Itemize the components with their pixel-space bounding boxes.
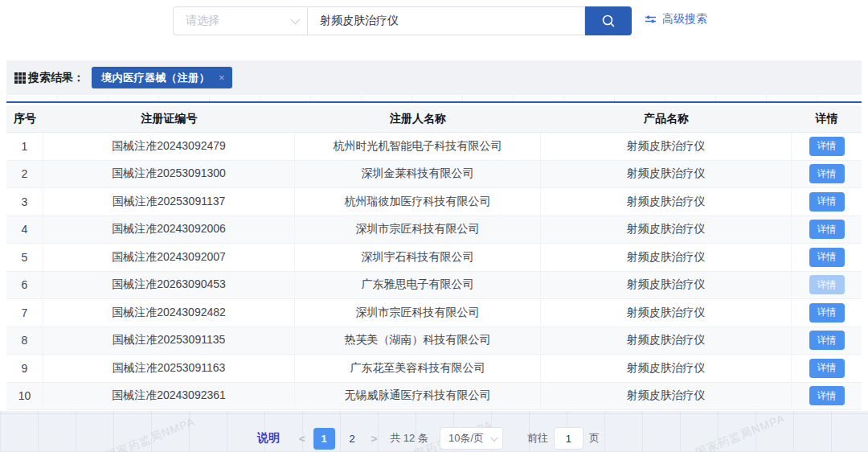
detail-button[interactable]: 详情 bbox=[809, 164, 845, 183]
cell-index: 5 bbox=[6, 244, 43, 272]
table-row: 10国械注准20243092361无锡威脉通医疗科技有限公司射频皮肤治疗仪详情 bbox=[6, 383, 862, 411]
detail-button[interactable]: 详情 bbox=[809, 248, 845, 267]
cell-registration-number: 国械注准20243092006 bbox=[43, 216, 295, 244]
cell-registration-number: 国械注准20253091163 bbox=[43, 355, 295, 383]
detail-button[interactable]: 详情 bbox=[809, 359, 845, 378]
prev-page-icon[interactable]: < bbox=[294, 433, 310, 445]
table-row: 7国械注准20243092482深圳市宗匠科技有限公司射频皮肤治疗仪详情 bbox=[6, 299, 862, 327]
cell-registration-number: 国械注准20253091135 bbox=[43, 327, 295, 355]
detail-button[interactable]: 详情 bbox=[809, 275, 845, 294]
page-button-1[interactable]: 1 bbox=[313, 428, 335, 450]
detail-button[interactable]: 详情 bbox=[809, 331, 845, 350]
cell-product-name: 射频皮肤治疗仪 bbox=[541, 244, 792, 272]
watermark: 国家药监局NMPA bbox=[694, 411, 788, 452]
goto-suffix: 页 bbox=[589, 431, 600, 446]
cell-index: 10 bbox=[6, 383, 43, 411]
cell-index: 4 bbox=[6, 216, 43, 244]
page-size-select[interactable]: 10条/页 bbox=[440, 427, 503, 450]
results-table: 序号注册证编号注册人名称产品名称详情 1国械注准20243092479杭州时光机… bbox=[6, 105, 862, 410]
table-row: 8国械注准20253091135热芙美（湖南）科技有限公司射频皮肤治疗仪详情 bbox=[6, 327, 862, 355]
detail-button[interactable]: 详情 bbox=[809, 220, 845, 239]
chevron-down-icon bbox=[291, 15, 300, 24]
cell-registration-number: 国械注准20243092361 bbox=[43, 383, 295, 411]
watermark: 国家药监局NMPA bbox=[104, 414, 198, 452]
advanced-search-label: 高级搜索 bbox=[662, 12, 707, 27]
goto-label: 前往 bbox=[527, 431, 548, 446]
cell-registration-number: 国械注准20263090453 bbox=[43, 272, 295, 300]
table-row: 9国械注准20253091163广东花至美容科技有限公司射频皮肤治疗仪详情 bbox=[6, 355, 862, 383]
goto-page-input[interactable]: 1 bbox=[554, 427, 583, 450]
close-icon[interactable]: × bbox=[219, 72, 225, 84]
table-row: 4国械注准20243092006深圳市宗匠科技有限公司射频皮肤治疗仪详情 bbox=[6, 216, 862, 244]
cell-product-name: 射频皮肤治疗仪 bbox=[541, 272, 792, 300]
cell-detail: 详情 bbox=[792, 272, 862, 300]
cell-product-name: 射频皮肤治疗仪 bbox=[541, 188, 792, 216]
table-row: 5国械注准20243092007深圳宇石科技有限公司射频皮肤治疗仪详情 bbox=[6, 244, 862, 272]
filter-sliders-icon bbox=[645, 14, 657, 25]
search-icon bbox=[600, 13, 616, 29]
filter-tag-label: 境内医疗器械（注册） bbox=[101, 71, 210, 85]
cell-registration-number: 国械注准20243092482 bbox=[43, 299, 295, 327]
table-top-edge bbox=[6, 96, 862, 103]
cell-detail: 详情 bbox=[792, 327, 862, 355]
cell-product-name: 射频皮肤治疗仪 bbox=[541, 327, 792, 355]
cell-registrant-name: 深圳金莱科技有限公司 bbox=[295, 161, 541, 189]
result-strip: 搜索结果： 境内医疗器械（注册） × bbox=[6, 60, 862, 95]
table-row: 1国械注准20243092479杭州时光机智能电子科技有限公司射频皮肤治疗仪详情 bbox=[6, 133, 862, 161]
category-select[interactable]: 请选择 bbox=[173, 6, 308, 35]
search-button[interactable] bbox=[585, 6, 632, 35]
cell-product-name: 射频皮肤治疗仪 bbox=[541, 299, 792, 327]
cell-registrant-name: 无锡威脉通医疗科技有限公司 bbox=[295, 383, 541, 411]
cell-registrant-name: 深圳宇石科技有限公司 bbox=[295, 244, 541, 272]
cell-registration-number: 国械注准20243092007 bbox=[43, 244, 295, 272]
cell-detail: 详情 bbox=[792, 383, 862, 411]
cell-registrant-name: 杭州时光机智能电子科技有限公司 bbox=[295, 133, 541, 161]
search-bar: 请选择 射频皮肤治疗仪 bbox=[173, 6, 632, 35]
detail-button[interactable]: 详情 bbox=[809, 386, 845, 405]
cell-product-name: 射频皮肤治疗仪 bbox=[541, 355, 792, 383]
cell-index: 7 bbox=[6, 299, 43, 327]
cell-detail: 详情 bbox=[792, 133, 862, 161]
table-row: 2国械注准20253091300深圳金莱科技有限公司射频皮肤治疗仪详情 bbox=[6, 161, 862, 189]
detail-button[interactable]: 详情 bbox=[809, 137, 845, 156]
cell-index: 3 bbox=[6, 188, 43, 216]
cell-registrant-name: 广东雅思电子有限公司 bbox=[295, 272, 541, 300]
pagination: 说明 < 12 > 共 12 条 10条/页 前往 1 页 bbox=[257, 427, 600, 450]
cell-detail: 详情 bbox=[792, 188, 862, 216]
total-count: 共 12 条 bbox=[390, 431, 428, 446]
cell-detail: 详情 bbox=[792, 299, 862, 327]
category-placeholder: 请选择 bbox=[186, 14, 291, 28]
cell-registrant-name: 深圳市宗匠科技有限公司 bbox=[295, 216, 541, 244]
column-header-3: 产品名称 bbox=[541, 105, 792, 133]
column-header-2: 注册人名称 bbox=[295, 105, 541, 133]
search-input[interactable]: 射频皮肤治疗仪 bbox=[308, 6, 585, 35]
note-link[interactable]: 说明 bbox=[257, 431, 280, 446]
cell-registrant-name: 杭州瑞彼加医疗科技有限公司 bbox=[295, 188, 541, 216]
cell-index: 2 bbox=[6, 161, 43, 189]
cell-registration-number: 国械注准20253091137 bbox=[43, 188, 295, 216]
detail-button[interactable]: 详情 bbox=[809, 303, 845, 323]
table-row: 6国械注准20263090453广东雅思电子有限公司射频皮肤治疗仪详情 bbox=[6, 272, 862, 300]
detail-button[interactable]: 详情 bbox=[809, 192, 845, 212]
advanced-search-link[interactable]: 高级搜索 bbox=[645, 12, 707, 27]
filter-tag[interactable]: 境内医疗器械（注册） × bbox=[92, 67, 232, 88]
cell-index: 9 bbox=[6, 355, 43, 383]
cell-registrant-name: 广东花至美容科技有限公司 bbox=[295, 355, 541, 383]
cell-product-name: 射频皮肤治疗仪 bbox=[541, 216, 792, 244]
table-row: 3国械注准20253091137杭州瑞彼加医疗科技有限公司射频皮肤治疗仪详情 bbox=[6, 188, 862, 216]
chevron-down-icon bbox=[490, 434, 498, 442]
cell-detail: 详情 bbox=[792, 216, 862, 244]
cell-detail: 详情 bbox=[792, 244, 862, 272]
next-page-icon[interactable]: > bbox=[366, 433, 383, 445]
cell-detail: 详情 bbox=[792, 355, 862, 383]
cell-index: 1 bbox=[6, 133, 43, 161]
cell-product-name: 射频皮肤治疗仪 bbox=[541, 133, 792, 161]
page-button-2[interactable]: 2 bbox=[342, 428, 363, 450]
goto-page-value: 1 bbox=[566, 433, 571, 445]
search-query: 射频皮肤治疗仪 bbox=[320, 14, 399, 28]
cell-registration-number: 国械注准20243092479 bbox=[43, 133, 295, 161]
cell-index: 6 bbox=[6, 272, 43, 300]
table-header-row: 序号注册证编号注册人名称产品名称详情 bbox=[6, 105, 862, 133]
cell-registrant-name: 热芙美（湖南）科技有限公司 bbox=[295, 327, 541, 355]
cell-product-name: 射频皮肤治疗仪 bbox=[541, 383, 792, 411]
